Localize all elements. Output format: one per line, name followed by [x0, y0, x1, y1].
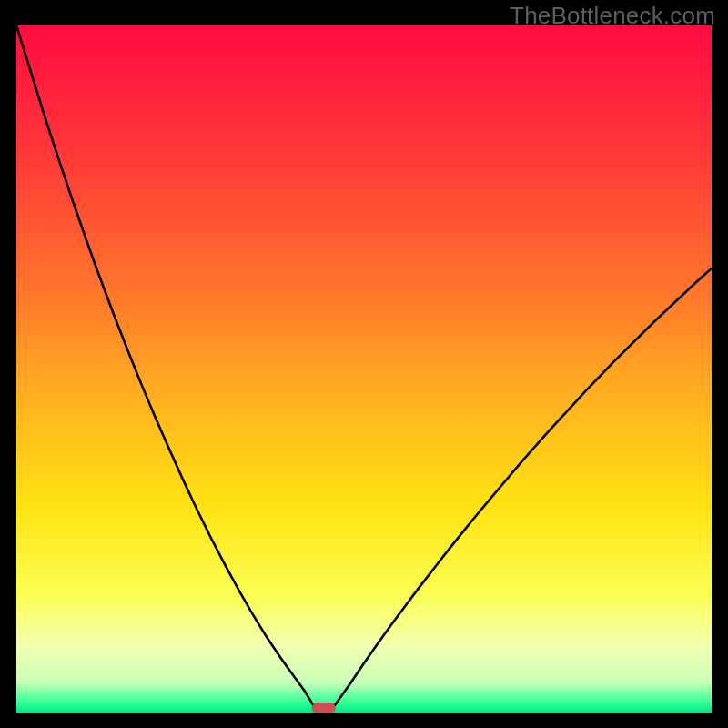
chart-root: TheBottleneck.com: [0, 0, 728, 728]
bottleneck-chart: [16, 25, 712, 713]
optimum-marker: [312, 703, 336, 713]
